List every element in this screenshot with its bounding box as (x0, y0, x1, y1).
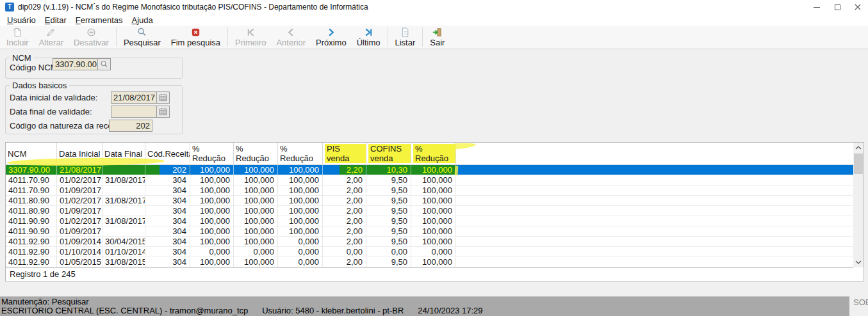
grid-cell: 100,000 (190, 257, 234, 267)
toolbar-sair-button[interactable]: Sair (425, 26, 450, 49)
app-icon: T (5, 3, 14, 12)
column-header-1[interactable]: Data Inicial (57, 143, 102, 164)
grid-rows: 3307.90.0021/08/2017202100,000100,000100… (6, 165, 853, 268)
scroll-up-icon[interactable] (853, 143, 864, 153)
title-bar: T dip029 (v.1.19) - NCM´s do Regime Mono… (0, 0, 868, 14)
toolbar-alterar-button[interactable]: Alterar (34, 26, 69, 49)
grid-row[interactable]: 4011.92.9001/09/201430/04/2015304100,000… (6, 237, 853, 247)
grid-cell: 2,00 (323, 257, 366, 267)
column-header-9[interactable]: % Redução (411, 143, 456, 164)
grid-cell: 100,000 (411, 165, 456, 175)
grid-cell: 100,000 (411, 257, 456, 267)
ncm-groupbox: NCM Código NCM: 3307.90.00 (5, 58, 183, 79)
vertical-scrollbar[interactable] (853, 143, 864, 267)
exit-icon (432, 27, 443, 38)
toolbar-desativar-button[interactable]: Desativar (69, 26, 114, 49)
toolbar-primeiro-button[interactable]: Primeiro (230, 26, 271, 49)
data-final-validade-calendar-button[interactable] (157, 106, 170, 118)
maximize-button[interactable] (827, 0, 848, 14)
data-final-validade-input[interactable] (111, 106, 157, 118)
grid-cell: 9,50 (366, 216, 411, 226)
grid-cell: 100,000 (190, 175, 234, 185)
scroll-down-icon[interactable] (853, 257, 864, 267)
grid-cell: 4011.90.90 (6, 216, 57, 226)
grid-row[interactable]: 4011.92.9001/05/201531/08/2015304100,000… (6, 257, 853, 267)
grid-cell: 01/02/2017 (57, 196, 102, 205)
grid-cell: 100,000 (278, 196, 323, 205)
grid-cell: 2,00 (323, 226, 366, 236)
grid-cell: 100,000 (190, 216, 234, 226)
grid-cell: 100,000 (190, 206, 234, 216)
grid-row[interactable]: 4011.90.9001/09/2017304100,000100,000100… (6, 226, 853, 237)
data-inicial-validade-input[interactable]: 21/08/2017 (111, 91, 157, 104)
grid-cell: 100,000 (234, 206, 278, 216)
toolbar-ultimo-button[interactable]: Último (352, 26, 386, 49)
status-mode-text: Manutenção: Pesquisar (1, 297, 849, 306)
document-icon (400, 27, 411, 38)
data-final-validade-label: Data final de validade: (10, 107, 92, 116)
grid-row[interactable]: 4011.90.9001/02/201731/08/2017304100,000… (6, 216, 853, 226)
grid-row-selected[interactable]: 3307.90.0021/08/2017202100,000100,000100… (6, 165, 853, 175)
toolbar-pesquisar-button[interactable]: Pesquisar (119, 26, 166, 49)
grid-cell: 21/08/2017 (57, 165, 102, 175)
column-header-label: Cód.Receita (147, 149, 190, 159)
grid-cell: 100,000 (234, 165, 278, 175)
grid-cell: 4011.80.90 (6, 206, 57, 216)
menu-ajuda[interactable]: Ajuda (127, 15, 157, 25)
grid-cell: 9,50 (366, 237, 411, 246)
grid-row[interactable]: 4011.80.9001/02/201731/08/2017304100,000… (6, 196, 853, 206)
magnifier-icon (136, 27, 147, 38)
dados-basicos-fields: Data inicial de validade: 21/08/2017 Dat… (10, 90, 178, 132)
grid-cell-filler (456, 226, 853, 236)
column-header-3[interactable]: Cód.Receita (145, 143, 190, 164)
grid-cell-filler (456, 196, 853, 205)
grid-cell: 4011.90.90 (6, 226, 57, 236)
grid-cell: 304 (145, 257, 190, 267)
grid-cell: 4011.92.90 (6, 257, 57, 267)
first-icon (245, 27, 256, 38)
codigo-natureza-receita-row: Código da natureza da receita: 202 (10, 118, 178, 132)
window-title: dip029 (v.1.19) - NCM´s do Regime Monofá… (18, 3, 368, 12)
toolbar-fim-pesquisa-button[interactable]: Fim pesquisa (166, 26, 225, 49)
ncm-groupbox-legend: NCM (10, 53, 34, 63)
scrollbar-thumb[interactable] (854, 154, 863, 174)
minimize-button[interactable] (807, 0, 827, 14)
column-header-6[interactable]: % Redução (278, 143, 323, 164)
grid-row[interactable]: 4011.70.9001/09/2017304100,000100,000100… (6, 186, 853, 196)
menu-editar[interactable]: Editar (40, 15, 71, 25)
toolbar-listar-button[interactable]: Listar (390, 26, 421, 49)
grid-cell: 2,00 (323, 186, 366, 195)
column-header-label: Data Inicial (59, 149, 100, 159)
column-header-4[interactable]: % Redução (190, 143, 234, 164)
column-header-2[interactable]: Data Final (102, 143, 145, 164)
grid-cell: 2,00 (323, 237, 366, 246)
grid-cell: 9,50 (366, 257, 411, 267)
grid-cell: 2,00 (323, 196, 366, 205)
column-header-7[interactable]: PIS venda (323, 143, 366, 164)
grid-cell: 304 (145, 206, 190, 216)
column-header-5[interactable]: % Redução (234, 143, 278, 164)
column-header-filler (456, 143, 853, 164)
column-header-0[interactable]: NCM (6, 143, 57, 164)
toolbar-separator (227, 28, 228, 47)
toolbar-incluir-button[interactable]: Incluir (1, 26, 34, 49)
close-icon (855, 4, 861, 10)
grid-row[interactable]: 4011.70.9001/02/201731/08/2017304100,000… (6, 175, 853, 186)
data-inicial-validade-calendar-button[interactable] (157, 91, 170, 104)
close-button[interactable] (848, 0, 868, 14)
column-header-label: COFINS venda (368, 144, 411, 163)
column-header-label: % Redução (413, 144, 455, 163)
grid-row[interactable]: 4011.80.9001/09/2017304100,000100,000100… (6, 206, 853, 216)
codigo-natureza-receita-input[interactable]: 202 (109, 120, 152, 132)
grid-cell: 2,00 (323, 216, 366, 226)
menu-ferramentas[interactable]: Ferramentas (71, 15, 127, 25)
grid-row[interactable]: 4011.92.9001/10/201401/10/20143040,0000,… (6, 247, 853, 257)
ncm-search-button[interactable] (98, 58, 111, 70)
column-header-8[interactable]: COFINS venda (366, 143, 411, 164)
toolbar-anterior-button[interactable]: Anterior (271, 26, 311, 49)
toolbar-proximo-button[interactable]: Próximo (311, 26, 352, 49)
menu-usuario[interactable]: Usuário (3, 15, 40, 25)
codigo-ncm-input[interactable]: 3307.90.00 (53, 58, 98, 70)
grid-cell: 100,000 (190, 196, 234, 205)
grid-cell: 100,000 (234, 237, 278, 246)
